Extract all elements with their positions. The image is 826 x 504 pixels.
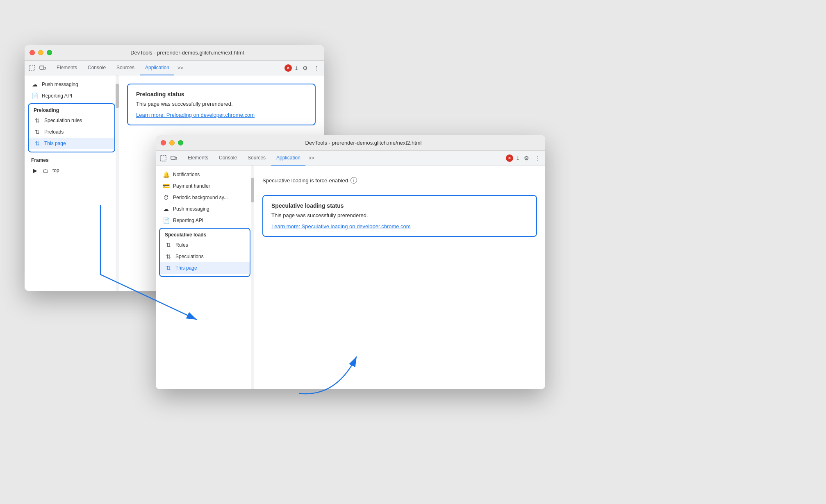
window-title-1: DevTools - prerender-demos.glitch.me/nex…	[55, 50, 319, 56]
scrollbar-track-2[interactable]	[251, 166, 254, 389]
speculative-loads-group-2: Speculative loads ⇅ Rules ⇅ Speculations…	[159, 228, 250, 277]
svg-rect-2	[44, 67, 46, 69]
tab-sources-1[interactable]: Sources	[111, 61, 139, 75]
body-2: 🔔 Notifications 💳 Payment handler ⏱ Peri…	[156, 166, 545, 389]
sidebar-panel-2: 🔔 Notifications 💳 Payment handler ⏱ Peri…	[156, 166, 254, 389]
info-icon-2[interactable]: i	[350, 177, 357, 184]
sidebar-item-speculations-2[interactable]: ⇅ Speculations	[160, 251, 250, 262]
scrollbar-track-1[interactable]	[116, 75, 119, 291]
close-button-2[interactable]	[161, 140, 166, 145]
sidebar-item-notifications-2[interactable]: 🔔 Notifications	[156, 169, 254, 180]
payment-icon-2: 💳	[162, 183, 170, 189]
window-title-2: DevTools - prerender-demos.glitch.me/nex…	[187, 140, 540, 146]
sidebar-item-push-messaging-2[interactable]: ☁ Push messaging	[156, 203, 254, 215]
force-enabled-notice: Speculative loading is force-enabled i	[262, 174, 537, 187]
error-badge-2: ✕	[506, 154, 513, 162]
toolbar-icons-2	[159, 154, 178, 162]
tab-sources-2[interactable]: Sources	[243, 151, 271, 166]
minimize-button-1[interactable]	[38, 50, 43, 55]
sort-icon-p-1: ⇅	[34, 129, 41, 135]
sidebar-item-reporting-api-1[interactable]: 📄 Reporting API	[25, 90, 118, 102]
titlebar-2: DevTools - prerender-demos.glitch.me/nex…	[156, 135, 545, 151]
svg-rect-1	[40, 66, 44, 69]
tab-console-1[interactable]: Console	[83, 61, 111, 75]
error-count-2: 1	[517, 156, 519, 161]
minimize-button-2[interactable]	[169, 140, 175, 145]
toolbar-icons-1	[28, 64, 47, 72]
right-controls-2: ✕ 1 ⚙ ⋮	[506, 154, 542, 162]
sidebar-item-reporting-api-2[interactable]: 📄 Reporting API	[156, 215, 254, 226]
more-tabs-2[interactable]: >>	[306, 155, 317, 161]
settings-icon-1[interactable]: ⚙	[301, 64, 309, 72]
speculative-loads-header-2: Speculative loads	[160, 231, 250, 239]
tab-elements-1[interactable]: Elements	[52, 61, 82, 75]
sort-icon-rules-2: ⇅	[165, 242, 172, 248]
preloading-status-card: Preloading status This page was successf…	[127, 84, 316, 125]
settings-icon-2[interactable]: ⚙	[522, 154, 530, 162]
speculative-loading-status-text: This page was successfully prerendered.	[271, 212, 528, 218]
more-options-icon-1[interactable]: ⋮	[312, 64, 321, 72]
error-badge-1: ✕	[284, 64, 292, 72]
titlebar-1: DevTools - prerender-demos.glitch.me/nex…	[25, 45, 324, 61]
triangle-icon-1: ▶	[31, 167, 39, 174]
cursor-icon[interactable]	[28, 64, 36, 72]
file-icon-1: 📄	[31, 93, 39, 99]
speculative-loading-status-title: Speculative loading status	[271, 202, 528, 209]
sidebar-item-speculation-rules-1[interactable]: ⇅ Speculation rules	[29, 115, 114, 126]
sidebar-item-this-page-1[interactable]: ⇅ This page	[29, 138, 114, 149]
scrollbar-thumb-2[interactable]	[251, 178, 254, 202]
sidebar-item-preloads-1[interactable]: ⇅ Preloads	[29, 126, 114, 138]
svg-rect-4	[171, 156, 175, 159]
cloud-icon-2: ☁	[162, 206, 170, 212]
speculative-loading-learn-more-link[interactable]: Learn more: Speculative loading on devel…	[271, 223, 528, 229]
bell-icon-2: 🔔	[162, 171, 170, 178]
preloading-header-1: Preloading	[29, 107, 114, 115]
svg-rect-3	[160, 155, 166, 161]
sidebar-item-push-messaging-1[interactable]: ☁ Push messaging	[25, 79, 118, 90]
scrollbar-thumb-1[interactable]	[116, 84, 119, 108]
preloading-status-title: Preloading status	[136, 91, 307, 98]
tab-console-2[interactable]: Console	[214, 151, 242, 166]
maximize-button-1[interactable]	[47, 50, 52, 55]
svg-rect-0	[29, 65, 35, 71]
close-button-1[interactable]	[30, 50, 35, 55]
clock-icon-2: ⏱	[162, 194, 170, 201]
devtools-window-2: DevTools - prerender-demos.glitch.me/nex…	[156, 135, 545, 389]
maximize-button-2[interactable]	[178, 140, 183, 145]
sort-icon-sr-1: ⇅	[34, 117, 41, 124]
tabbar-1: Elements Console Sources Application >> …	[25, 61, 324, 75]
right-controls-1: ✕ 1 ⚙ ⋮	[284, 64, 321, 72]
preloading-status-text: This page was successfully prerendered.	[136, 101, 307, 107]
preloading-learn-more-link[interactable]: Learn more: Preloading on developer.chro…	[136, 112, 307, 118]
more-options-icon-2[interactable]: ⋮	[534, 154, 542, 162]
sidebar-1: ☁ Push messaging 📄 Reporting API Preload…	[25, 75, 119, 291]
speculative-loading-status-card: Speculative loading status This page was…	[262, 195, 537, 237]
sidebar-2: 🔔 Notifications 💳 Payment handler ⏱ Peri…	[156, 166, 254, 389]
sidebar-item-this-page-2[interactable]: ⇅ This page	[160, 262, 250, 274]
frames-header-1: Frames	[25, 154, 118, 165]
sort-icon-tp-2: ⇅	[165, 265, 172, 271]
sidebar-item-top-1[interactable]: ▶ 🗀 top	[25, 165, 118, 176]
sidebar-item-rules-2[interactable]: ⇅ Rules	[160, 239, 250, 251]
error-count-1: 1	[295, 66, 298, 70]
main-panel-2: Speculative loading is force-enabled i S…	[254, 166, 545, 389]
sidebar-item-payment-handler-2[interactable]: 💳 Payment handler	[156, 180, 254, 192]
tab-application-1[interactable]: Application	[140, 61, 174, 75]
tab-elements-2[interactable]: Elements	[183, 151, 213, 166]
folder-icon-1: 🗀	[42, 167, 49, 174]
sidebar-panel-1: ☁ Push messaging 📄 Reporting API Preload…	[25, 75, 119, 291]
sort-icon-spec-2: ⇅	[165, 253, 172, 260]
cloud-icon-1: ☁	[31, 81, 39, 88]
tabbar-2: Elements Console Sources Application >> …	[156, 151, 545, 166]
cursor-icon-2[interactable]	[159, 154, 167, 162]
sidebar-item-periodic-bg-2[interactable]: ⏱ Periodic background sy...	[156, 192, 254, 203]
more-tabs-1[interactable]: >>	[175, 65, 186, 71]
file-icon-2: 📄	[162, 217, 170, 224]
tab-application-2[interactable]: Application	[271, 151, 305, 166]
responsive-icon-2[interactable]	[170, 154, 178, 162]
sort-icon-tp-1: ⇅	[34, 140, 41, 147]
preloading-group-1: Preloading ⇅ Speculation rules ⇅ Preload…	[28, 103, 115, 152]
responsive-icon[interactable]	[39, 64, 47, 72]
